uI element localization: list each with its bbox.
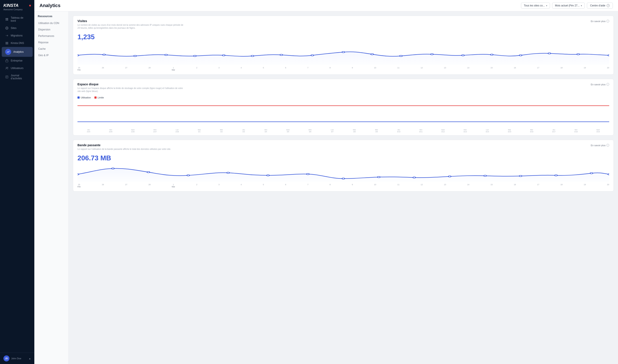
legend-limite: Limite — [95, 96, 104, 99]
site-selector[interactable]: Tous les sites co... ▾ — [521, 2, 550, 9]
x-label: 10 — [374, 67, 376, 71]
sidebar-item-utilisateurs[interactable]: Utilisateurs — [2, 65, 33, 72]
svg-point-23 — [371, 53, 373, 55]
sidebar-item-analytics[interactable]: Analytics — [2, 47, 33, 57]
x-label: 11 — [398, 183, 399, 188]
visites-chart: 25Fév 26 27 28 1Mar 2 3 4 5 6 7 8 9 10 — [73, 43, 614, 74]
help-button[interactable]: Centre d'aide ? — [587, 2, 613, 9]
user-name: John Doe — [11, 357, 21, 360]
svg-rect-3 — [6, 42, 8, 42]
x-label: 18 — [561, 67, 563, 71]
visites-learn-more[interactable]: En savoir plus i — [591, 20, 609, 23]
visites-card-info: Visites Le nombre de visites au cours d'… — [77, 19, 185, 30]
sidebar-item-tableau[interactable]: Tableau de bord — [2, 14, 33, 24]
x-label: 28 — [149, 183, 151, 188]
visites-card-header: Visites Le nombre de visites au cours d'… — [73, 16, 614, 31]
sidebar-item-label: Utilisateurs — [11, 67, 23, 70]
help-icon: ? — [607, 4, 610, 7]
x-label: Jeu3/10 — [388, 129, 410, 133]
svg-point-14 — [103, 54, 105, 55]
x-label: Jeu3/3 — [233, 129, 255, 133]
visites-desc: Le nombre de visites au cours d'un mois … — [77, 24, 185, 30]
x-label: Ven3/4 — [255, 129, 277, 133]
svg-point-20 — [280, 54, 283, 55]
x-label: 27 — [125, 183, 127, 188]
x-label: 7 — [307, 67, 308, 71]
limite-dot — [95, 96, 96, 99]
svg-point-15 — [134, 55, 136, 57]
x-label: Jeu3/17 — [543, 129, 565, 133]
x-label: Lun2/28 — [166, 129, 188, 133]
visites-chart-svg — [77, 43, 609, 65]
visites-card: Visites Le nombre de visites au cours d'… — [73, 16, 614, 75]
topbar-controls: Tous les sites co... ▾ Mois actuel (Fév … — [521, 2, 613, 9]
x-label: 2 — [196, 67, 197, 71]
sub-nav-reponse[interactable]: Réponse — [34, 39, 69, 46]
svg-point-28 — [519, 55, 522, 56]
disk-learn-more[interactable]: En savoir plus i — [591, 83, 609, 86]
sidebar-item-label: Sites — [11, 26, 16, 30]
x-label: Mer3/16 — [521, 129, 543, 133]
x-label: Mer3/2 — [210, 129, 233, 133]
x-label: Ven3/18 — [565, 129, 587, 133]
sidebar-item-label: Tableau de bord — [11, 16, 29, 22]
svg-rect-4 — [6, 43, 8, 43]
main-nav: Tableau de bord Sites Migrations Kinsta … — [0, 13, 34, 353]
sidebar-item-sites[interactable]: Sites — [2, 25, 33, 32]
x-label: 6 — [285, 183, 286, 188]
svg-point-36 — [147, 171, 150, 173]
x-label: 9 — [352, 183, 353, 188]
bandwidth-title: Bande passante — [77, 143, 171, 147]
disk-chart-area — [73, 101, 614, 128]
disk-card: Espace disque Le rapport sur l'espace di… — [73, 79, 614, 135]
sub-nav-utilisation-cdn[interactable]: Utilisation du CDN — [34, 20, 69, 26]
sub-nav-dispersion[interactable]: Dispersion — [34, 26, 69, 33]
sub-sidebar-title: Ressources — [34, 15, 69, 20]
x-label: 16 — [514, 67, 516, 71]
sidebar-item-label: Analytics — [13, 50, 24, 53]
x-label: Ven3/11 — [410, 129, 432, 133]
sidebar-item-entreprise[interactable]: Entreprise — [2, 57, 33, 64]
x-label: Lun3/14 — [476, 129, 498, 133]
bandwidth-chart: 25Fév 26 27 28 1Mar 2 3 4 5 6 7 8 9 10 — [73, 165, 614, 191]
x-label: 19 — [584, 67, 586, 71]
x-label: 15 — [491, 183, 493, 188]
sub-nav-geo-ip[interactable]: Géo & IP — [34, 52, 69, 59]
sub-nav-cache[interactable]: Cache — [34, 46, 69, 52]
main-area: Analytics Tous les sites co... ▾ Mois ac… — [34, 0, 618, 364]
x-label: 16 — [514, 183, 516, 188]
sidebar-item-kinsta-dns[interactable]: Kinsta DNS — [2, 39, 33, 47]
svg-rect-6 — [6, 60, 8, 62]
x-label: Jeu2/24 — [77, 129, 100, 133]
info-icon: i — [606, 20, 609, 23]
svg-point-25 — [431, 53, 433, 55]
topbar: Analytics Tous les sites co... ▾ Mois ac… — [34, 0, 618, 11]
x-label: 14 — [467, 183, 469, 188]
disk-chart-svg — [77, 101, 609, 127]
notification-dot[interactable] — [29, 5, 31, 6]
svg-point-43 — [413, 177, 415, 178]
bandwidth-learn-more[interactable]: En savoir plus i — [591, 144, 609, 147]
svg-point-18 — [222, 55, 225, 56]
sub-nav-performances[interactable]: Performances — [34, 33, 69, 39]
x-label: Sam3/5 — [277, 129, 299, 133]
bandwidth-card-info: Bande passante Le rapport sur l'utilisat… — [77, 143, 171, 151]
x-label: 15 — [491, 67, 493, 71]
svg-point-19 — [251, 55, 254, 57]
x-label: 27 — [125, 67, 127, 71]
disk-desc: Le rapport sur l'espace disque affiche l… — [77, 87, 185, 93]
svg-point-39 — [267, 175, 269, 176]
sidebar-item-journal[interactable]: Journal d'activités — [2, 72, 33, 82]
x-label: 17 — [537, 67, 539, 71]
bandwidth-x-axis: 25Fév 26 27 28 1Mar 2 3 4 5 6 7 8 9 10 — [77, 183, 609, 188]
bandwidth-card-header: Bande passante Le rapport sur l'utilisat… — [73, 140, 614, 152]
logo-area: KINSTA Awesome Company — [0, 0, 34, 13]
sidebar-item-migrations[interactable]: Migrations — [2, 32, 33, 39]
x-label: 28 — [149, 67, 151, 71]
svg-point-22 — [342, 52, 345, 53]
svg-point-29 — [548, 53, 551, 54]
info-icon: i — [606, 83, 609, 86]
bandwidth-card: Bande passante Le rapport sur l'utilisat… — [73, 140, 614, 191]
x-label: 17 — [537, 183, 539, 188]
date-selector[interactable]: Mois actuel (Fév 27... ▾ — [552, 2, 585, 9]
